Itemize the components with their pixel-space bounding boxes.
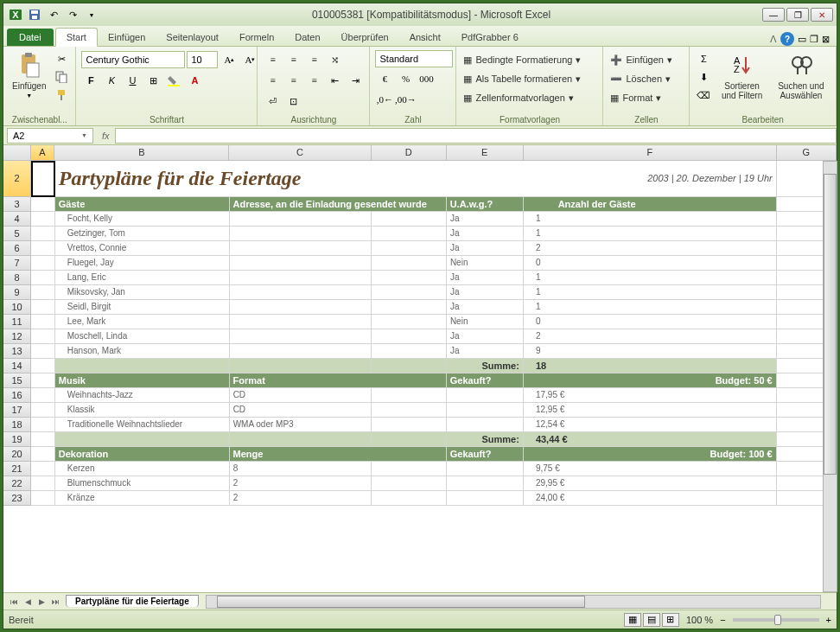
sheet-next-icon[interactable]: ▶ (35, 595, 48, 609)
cell[interactable]: Summe: (447, 359, 524, 373)
wb-close-icon[interactable]: ⊠ (822, 34, 830, 45)
row-header[interactable]: 15 (3, 373, 31, 388)
tab-insert[interactable]: Einfügen (98, 29, 156, 46)
row-header[interactable]: 21 (3, 462, 31, 476)
cell[interactable] (31, 403, 55, 418)
cell-styles-button[interactable]: ▦Zellenformatvorlagen ▾ (461, 88, 575, 107)
cell[interactable] (372, 315, 447, 329)
autosum-icon[interactable]: Σ (695, 50, 712, 67)
tab-formulas[interactable]: Formeln (229, 29, 284, 46)
cell[interactable] (230, 300, 372, 315)
cell[interactable]: 0 (524, 256, 777, 271)
align-right-icon[interactable]: ≡ (304, 71, 323, 90)
cell[interactable] (31, 227, 55, 241)
indent-decrease-icon[interactable]: ⇤ (325, 71, 344, 90)
number-format-select[interactable] (375, 50, 453, 67)
cell[interactable]: 2 (230, 476, 372, 491)
cell[interactable]: Seidl, Birgit (55, 300, 230, 315)
cell[interactable] (31, 329, 55, 344)
cell[interactable] (31, 373, 55, 388)
sheet-tab-active[interactable]: Partypläne für die Feiertage (66, 595, 199, 607)
cell[interactable] (447, 491, 524, 506)
row-header[interactable]: 20 (3, 447, 31, 462)
cell[interactable]: Lee, Mark (55, 315, 230, 329)
decrease-decimal-icon[interactable]: ,00→ (396, 90, 415, 109)
cell[interactable]: Fluegel, Jay (55, 256, 230, 271)
cell[interactable] (372, 432, 447, 447)
cell[interactable] (372, 462, 447, 476)
col-header-c[interactable]: C (229, 145, 371, 161)
cut-icon[interactable]: ✂ (53, 50, 70, 67)
cell[interactable] (31, 300, 55, 315)
cell[interactable]: WMA oder MP3 (230, 418, 372, 432)
qat-dropdown-icon[interactable]: ▼ (83, 6, 100, 23)
zoom-slider[interactable] (733, 618, 819, 622)
horizontal-scrollbar[interactable] (206, 595, 821, 609)
cell[interactable] (31, 161, 55, 197)
sort-filter-button[interactable]: AZ Sortieren und Filtern (716, 50, 767, 102)
currency-icon[interactable]: € (375, 69, 394, 88)
normal-view-icon[interactable]: ▦ (624, 613, 641, 627)
cell[interactable] (31, 212, 55, 227)
row-header[interactable]: 18 (3, 418, 31, 432)
cell[interactable]: Kränze (55, 491, 230, 506)
cell[interactable]: Ja (447, 212, 524, 227)
row-header[interactable]: 9 (3, 285, 31, 300)
cell[interactable] (230, 344, 372, 359)
header-cell[interactable]: Menge (230, 447, 447, 462)
excel-icon[interactable]: X (7, 6, 24, 23)
cell[interactable] (31, 432, 55, 447)
cell[interactable]: Budget: 50 € (524, 373, 777, 388)
cell[interactable] (372, 285, 447, 300)
spreadsheet-grid[interactable]: A B C D E F G 2Partypläne für die Feiert… (3, 145, 837, 592)
cell[interactable] (230, 359, 372, 373)
maximize-button[interactable]: ❐ (786, 8, 809, 22)
increase-decimal-icon[interactable]: ,0← (375, 90, 394, 109)
cell[interactable] (230, 212, 372, 227)
cell[interactable] (230, 256, 372, 271)
cell[interactable]: Vrettos, Connie (55, 241, 230, 256)
cell[interactable]: Budget: 100 € (524, 447, 777, 462)
cell[interactable]: 0 (524, 315, 777, 329)
cell[interactable] (230, 241, 372, 256)
row-header[interactable]: 23 (3, 491, 31, 506)
cell[interactable] (372, 212, 447, 227)
cell[interactable]: Ja (447, 300, 524, 315)
cell[interactable] (447, 476, 524, 491)
cell[interactable] (31, 388, 55, 403)
cell[interactable]: Dekoration (55, 447, 230, 462)
cell[interactable] (372, 344, 447, 359)
cell[interactable] (31, 447, 55, 462)
row-header[interactable]: 7 (3, 256, 31, 271)
cell[interactable] (31, 241, 55, 256)
cell[interactable] (31, 359, 55, 373)
cell[interactable]: 1 (524, 285, 777, 300)
font-family-select[interactable] (81, 51, 185, 68)
row-header[interactable]: 8 (3, 271, 31, 285)
cell[interactable]: Ja (447, 241, 524, 256)
row-header[interactable]: 13 (3, 344, 31, 359)
name-box[interactable]: A2▼ (7, 128, 93, 144)
cell[interactable] (55, 359, 230, 373)
document-title[interactable]: Partypläne für die Feiertage (55, 161, 447, 197)
cell[interactable]: Miksovsky, Jan (55, 285, 230, 300)
cell[interactable]: 43,44 € (524, 432, 777, 447)
cell[interactable] (447, 388, 524, 403)
cell[interactable] (31, 462, 55, 476)
cell[interactable]: Ja (447, 329, 524, 344)
cell[interactable]: 8 (230, 462, 372, 476)
cell[interactable]: Ja (447, 227, 524, 241)
decrease-font-icon[interactable]: A▾ (240, 50, 259, 69)
cell[interactable]: 2 (524, 241, 777, 256)
sheet-first-icon[interactable]: ⏮ (7, 595, 21, 609)
cell[interactable]: 29,95 € (524, 476, 777, 491)
percent-icon[interactable]: % (396, 69, 415, 88)
minimize-ribbon-icon[interactable]: ᐱ (770, 34, 777, 45)
fill-color-button[interactable] (164, 71, 183, 90)
row-header[interactable]: 5 (3, 227, 31, 241)
page-break-view-icon[interactable]: ⊞ (662, 613, 679, 627)
cell[interactable] (372, 476, 447, 491)
cell[interactable] (31, 315, 55, 329)
cell[interactable]: Moschell, Linda (55, 329, 230, 344)
cell[interactable] (447, 462, 524, 476)
